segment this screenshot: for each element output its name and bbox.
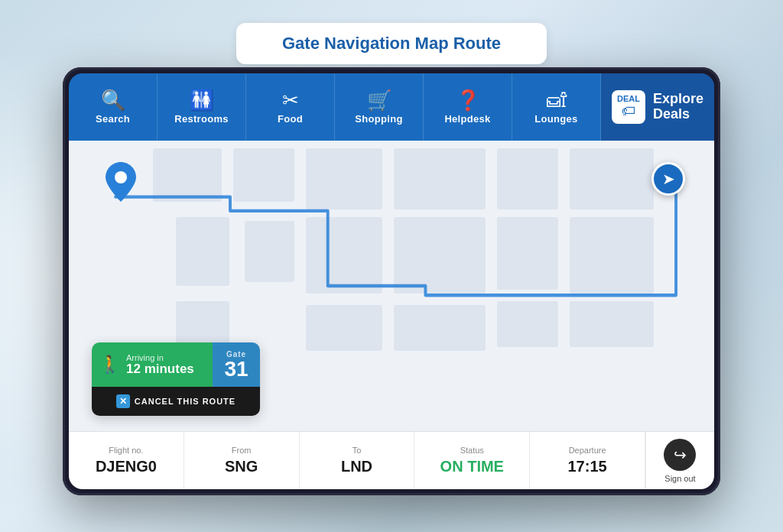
nav-item-food[interactable]: ✂ Food (246, 73, 335, 141)
restrooms-icon: 🚻 (190, 90, 214, 110)
nav-label-helpdesk: Helpdesk (444, 113, 490, 125)
nav-item-helpdesk[interactable]: ❓ Helpdesk (424, 73, 512, 141)
helpdesk-icon: ❓ (456, 90, 480, 110)
flight-status-item: Status ON TIME (414, 432, 530, 489)
flight-from-val: SNG (225, 458, 258, 475)
info-top: 🚶 Arriving in 12 minutes Gate 31 (92, 342, 260, 387)
deal-badge: DEAL 🏷 (612, 90, 645, 124)
flight-to-val: LND (341, 458, 372, 475)
flight-to-item: To LND (300, 432, 415, 489)
nav-item-restrooms[interactable]: 🚻 Restrooms (158, 73, 246, 141)
flight-status-sub: Status (460, 446, 484, 455)
nav-item-shopping[interactable]: 🛒 Shopping (335, 73, 424, 141)
lounges-icon: 🛋 (547, 90, 567, 110)
flight-status-val: ON TIME (440, 458, 504, 475)
arriving-label: Arriving in (126, 353, 194, 362)
info-arriving: 🚶 Arriving in 12 minutes (92, 342, 213, 387)
sign-out-button[interactable]: ↪ Sign out (645, 432, 714, 489)
food-icon: ✂ (282, 90, 299, 110)
flight-no-sub: Flight no. (109, 446, 143, 455)
nav-bar: 🔍 Search 🚻 Restrooms ✂ Food 🛒 Shopping ❓… (69, 73, 714, 141)
gate-number: 31 (224, 358, 248, 380)
flight-no-val: DJENG0 (96, 458, 157, 475)
map-area: ➤ 🚶 Arriving in 12 minutes Gate 31 (69, 141, 714, 431)
flight-from-sub: From (232, 446, 252, 455)
sign-out-label: Sign out (664, 474, 695, 483)
flight-bar: Flight no. DJENG0 From SNG To LND Status… (69, 431, 714, 489)
nav-label-shopping: Shopping (355, 113, 402, 125)
info-gate: Gate 31 (213, 342, 260, 387)
arriving-text: Arriving in 12 minutes (126, 353, 194, 377)
flight-number-item: Flight no. DJENG0 (69, 432, 184, 489)
walking-icon: 🚶 (99, 355, 120, 375)
cancel-route-button[interactable]: ✕ CANCEL THIS ROUTE (92, 387, 260, 416)
explore-deals-label: ExploreDeals (653, 92, 703, 122)
nav-label-food: Food (278, 113, 303, 125)
flight-departure-sub: Departure (569, 446, 606, 455)
cancel-x-icon: ✕ (116, 394, 130, 408)
cancel-label: CANCEL THIS ROUTE (135, 397, 236, 406)
screen: 🔍 Search 🚻 Restrooms ✂ Food 🛒 Shopping ❓… (69, 73, 714, 489)
nav-item-lounges[interactable]: 🛋 Lounges (512, 73, 601, 141)
arriving-time: 12 minutes (126, 362, 194, 377)
nav-item-deals[interactable]: DEAL 🏷 ExploreDeals (601, 73, 714, 141)
page-title-wrapper: Gate Navigation Map Route (236, 23, 547, 64)
gate-label: Gate (226, 350, 246, 358)
svg-point-0 (115, 171, 127, 183)
deal-badge-text: DEAL (617, 95, 640, 103)
device-frame: 🔍 Search 🚻 Restrooms ✂ Food 🛒 Shopping ❓… (63, 67, 720, 495)
shopping-icon: 🛒 (367, 90, 392, 110)
flight-to-sub: To (353, 446, 362, 455)
flight-from-item: From SNG (184, 432, 300, 489)
flight-departure-item: Departure 17:15 (530, 432, 645, 489)
page-title: Gate Navigation Map Route (282, 34, 501, 54)
nav-label-search: Search (96, 113, 130, 125)
flight-departure-val: 17:15 (568, 458, 607, 475)
info-panel: 🚶 Arriving in 12 minutes Gate 31 ✕ CANCE… (92, 342, 260, 416)
sign-out-icon: ↪ (664, 439, 696, 471)
destination-pin (106, 162, 136, 199)
nav-item-search[interactable]: 🔍 Search (69, 73, 158, 141)
nav-label-lounges: Lounges (534, 113, 577, 125)
search-icon: 🔍 (101, 90, 125, 110)
nav-label-restrooms: Restrooms (174, 113, 229, 125)
current-location-indicator: ➤ (651, 162, 685, 196)
